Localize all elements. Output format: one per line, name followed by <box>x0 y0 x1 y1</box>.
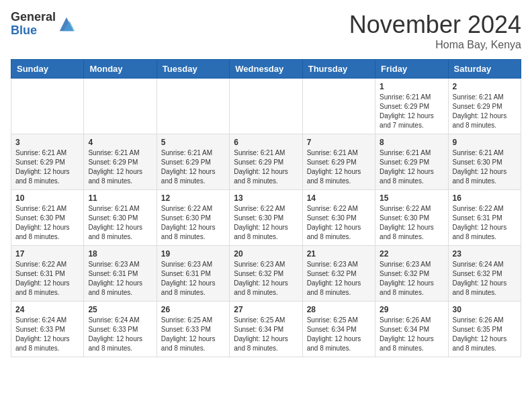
month-title: November 2024 <box>349 11 521 39</box>
day-number: 1 <box>380 82 443 91</box>
day-number: 22 <box>380 249 443 259</box>
calendar-cell: 19Sunrise: 6:23 AM Sunset: 6:31 PM Dayli… <box>157 246 229 302</box>
day-number: 28 <box>307 305 371 314</box>
day-number: 8 <box>380 138 443 147</box>
day-info: Sunrise: 6:23 AM Sunset: 6:31 PM Dayligh… <box>88 260 152 298</box>
day-number: 19 <box>161 249 225 259</box>
day-info: Sunrise: 6:21 AM Sunset: 6:30 PM Dayligh… <box>15 204 79 242</box>
calendar-header-sunday: Sunday <box>11 60 84 79</box>
calendar-cell: 13Sunrise: 6:22 AM Sunset: 6:30 PM Dayli… <box>230 190 302 246</box>
day-number: 17 <box>15 249 79 259</box>
day-number: 5 <box>161 138 225 147</box>
day-info: Sunrise: 6:26 AM Sunset: 6:35 PM Dayligh… <box>453 316 517 353</box>
day-info: Sunrise: 6:23 AM Sunset: 6:32 PM Dayligh… <box>234 260 298 298</box>
header: General Blue November 2024 Homa Bay, Ken… <box>11 11 521 51</box>
day-number: 18 <box>88 249 152 259</box>
day-info: Sunrise: 6:21 AM Sunset: 6:30 PM Dayligh… <box>453 148 517 186</box>
day-info: Sunrise: 6:21 AM Sunset: 6:30 PM Dayligh… <box>88 204 152 242</box>
day-info: Sunrise: 6:24 AM Sunset: 6:33 PM Dayligh… <box>15 316 79 353</box>
calendar-cell: 15Sunrise: 6:22 AM Sunset: 6:30 PM Dayli… <box>375 190 448 246</box>
day-number: 12 <box>161 193 225 203</box>
day-info: Sunrise: 6:22 AM Sunset: 6:30 PM Dayligh… <box>161 204 225 242</box>
day-info: Sunrise: 6:21 AM Sunset: 6:29 PM Dayligh… <box>88 148 152 186</box>
calendar-header-wednesday: Wednesday <box>230 60 302 79</box>
day-number: 7 <box>307 138 371 147</box>
calendar-cell <box>157 79 229 134</box>
day-info: Sunrise: 6:21 AM Sunset: 6:29 PM Dayligh… <box>161 148 225 186</box>
calendar-week-5: 24Sunrise: 6:24 AM Sunset: 6:33 PM Dayli… <box>11 302 521 357</box>
day-info: Sunrise: 6:26 AM Sunset: 6:34 PM Dayligh… <box>380 316 443 353</box>
calendar-header-monday: Monday <box>84 60 157 79</box>
calendar-cell: 21Sunrise: 6:23 AM Sunset: 6:32 PM Dayli… <box>302 246 375 302</box>
day-info: Sunrise: 6:25 AM Sunset: 6:33 PM Dayligh… <box>161 316 225 353</box>
logo-icon <box>57 15 76 34</box>
day-info: Sunrise: 6:23 AM Sunset: 6:31 PM Dayligh… <box>161 260 225 298</box>
calendar-cell: 25Sunrise: 6:24 AM Sunset: 6:33 PM Dayli… <box>84 302 157 357</box>
calendar-cell: 22Sunrise: 6:23 AM Sunset: 6:32 PM Dayli… <box>375 246 448 302</box>
calendar-cell <box>230 79 302 134</box>
day-number: 25 <box>88 305 152 314</box>
calendar-cell: 10Sunrise: 6:21 AM Sunset: 6:30 PM Dayli… <box>11 190 84 246</box>
day-number: 11 <box>88 193 152 203</box>
calendar-week-1: 1Sunrise: 6:21 AM Sunset: 6:29 PM Daylig… <box>11 79 521 134</box>
calendar-cell: 17Sunrise: 6:22 AM Sunset: 6:31 PM Dayli… <box>11 246 84 302</box>
calendar-header-thursday: Thursday <box>302 60 375 79</box>
day-number: 26 <box>161 305 225 314</box>
calendar-cell <box>84 79 157 134</box>
calendar-cell: 1Sunrise: 6:21 AM Sunset: 6:29 PM Daylig… <box>375 79 448 134</box>
calendar-header-friday: Friday <box>375 60 448 79</box>
day-number: 3 <box>15 138 79 147</box>
day-info: Sunrise: 6:21 AM Sunset: 6:29 PM Dayligh… <box>234 148 298 186</box>
calendar-cell: 29Sunrise: 6:26 AM Sunset: 6:34 PM Dayli… <box>375 302 448 357</box>
day-info: Sunrise: 6:21 AM Sunset: 6:29 PM Dayligh… <box>453 93 517 130</box>
title-area: November 2024 Homa Bay, Kenya <box>349 11 521 51</box>
calendar-cell: 23Sunrise: 6:24 AM Sunset: 6:32 PM Dayli… <box>448 246 521 302</box>
day-info: Sunrise: 6:24 AM Sunset: 6:33 PM Dayligh… <box>88 316 152 353</box>
calendar-header-row: SundayMondayTuesdayWednesdayThursdayFrid… <box>11 60 521 79</box>
calendar-cell <box>302 79 375 134</box>
day-info: Sunrise: 6:22 AM Sunset: 6:31 PM Dayligh… <box>15 260 79 298</box>
day-number: 14 <box>307 193 371 203</box>
calendar-cell: 14Sunrise: 6:22 AM Sunset: 6:30 PM Dayli… <box>302 190 375 246</box>
calendar-cell: 28Sunrise: 6:25 AM Sunset: 6:34 PM Dayli… <box>302 302 375 357</box>
location: Homa Bay, Kenya <box>349 39 521 51</box>
day-number: 21 <box>307 249 371 259</box>
day-number: 6 <box>234 138 298 147</box>
calendar-header-tuesday: Tuesday <box>157 60 229 79</box>
day-number: 23 <box>453 249 517 259</box>
calendar-cell: 2Sunrise: 6:21 AM Sunset: 6:29 PM Daylig… <box>448 79 521 134</box>
day-number: 30 <box>453 305 517 314</box>
day-info: Sunrise: 6:21 AM Sunset: 6:29 PM Dayligh… <box>380 148 443 186</box>
day-number: 10 <box>15 193 79 203</box>
calendar-cell: 16Sunrise: 6:22 AM Sunset: 6:31 PM Dayli… <box>448 190 521 246</box>
calendar-cell: 27Sunrise: 6:25 AM Sunset: 6:34 PM Dayli… <box>230 302 302 357</box>
calendar-cell: 12Sunrise: 6:22 AM Sunset: 6:30 PM Dayli… <box>157 190 229 246</box>
calendar-cell <box>11 79 84 134</box>
day-number: 15 <box>380 193 443 203</box>
logo: General Blue <box>11 11 76 38</box>
day-info: Sunrise: 6:24 AM Sunset: 6:32 PM Dayligh… <box>453 260 517 298</box>
calendar-cell: 8Sunrise: 6:21 AM Sunset: 6:29 PM Daylig… <box>375 134 448 190</box>
day-info: Sunrise: 6:25 AM Sunset: 6:34 PM Dayligh… <box>234 316 298 353</box>
calendar-header-saturday: Saturday <box>448 60 521 79</box>
calendar-cell: 6Sunrise: 6:21 AM Sunset: 6:29 PM Daylig… <box>230 134 302 190</box>
day-info: Sunrise: 6:21 AM Sunset: 6:29 PM Dayligh… <box>307 148 371 186</box>
logo-general-text: General <box>11 10 56 24</box>
day-number: 2 <box>453 82 517 91</box>
day-number: 29 <box>380 305 443 314</box>
calendar-cell: 18Sunrise: 6:23 AM Sunset: 6:31 PM Dayli… <box>84 246 157 302</box>
calendar-cell: 24Sunrise: 6:24 AM Sunset: 6:33 PM Dayli… <box>11 302 84 357</box>
day-info: Sunrise: 6:21 AM Sunset: 6:29 PM Dayligh… <box>380 93 443 130</box>
calendar-week-3: 10Sunrise: 6:21 AM Sunset: 6:30 PM Dayli… <box>11 190 521 246</box>
calendar-cell: 9Sunrise: 6:21 AM Sunset: 6:30 PM Daylig… <box>448 134 521 190</box>
day-info: Sunrise: 6:22 AM Sunset: 6:31 PM Dayligh… <box>453 204 517 242</box>
day-info: Sunrise: 6:22 AM Sunset: 6:30 PM Dayligh… <box>380 204 443 242</box>
day-number: 20 <box>234 249 298 259</box>
day-info: Sunrise: 6:21 AM Sunset: 6:29 PM Dayligh… <box>15 148 79 186</box>
calendar-cell: 5Sunrise: 6:21 AM Sunset: 6:29 PM Daylig… <box>157 134 229 190</box>
day-info: Sunrise: 6:22 AM Sunset: 6:30 PM Dayligh… <box>307 204 371 242</box>
calendar-week-4: 17Sunrise: 6:22 AM Sunset: 6:31 PM Dayli… <box>11 246 521 302</box>
day-number: 27 <box>234 305 298 314</box>
calendar-cell: 7Sunrise: 6:21 AM Sunset: 6:29 PM Daylig… <box>302 134 375 190</box>
day-info: Sunrise: 6:23 AM Sunset: 6:32 PM Dayligh… <box>307 260 371 298</box>
